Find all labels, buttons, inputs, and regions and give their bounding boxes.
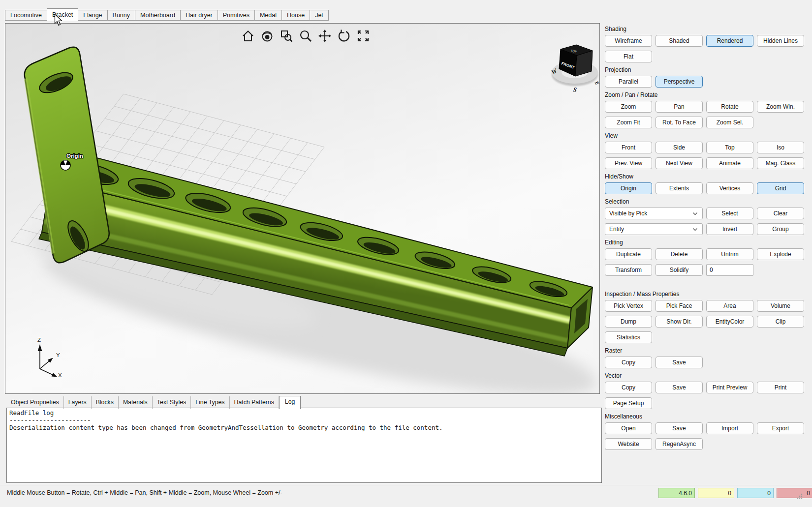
toggle-vertices-button[interactable]: Vertices	[706, 182, 753, 194]
view-top-button[interactable]: Top	[706, 142, 753, 153]
log-output[interactable]: ReadFile log ---------------------- Dese…	[6, 408, 602, 483]
tab-motherboard[interactable]: Motherboard	[135, 10, 181, 21]
view-cube[interactable]: TOP FRONT W S E	[550, 45, 599, 93]
page-setup-button[interactable]: Page Setup	[605, 397, 652, 409]
flat-button[interactable]: Flat	[605, 51, 652, 62]
zoom-win-button[interactable]: Zoom Win.	[757, 101, 804, 113]
tab-flange[interactable]: Flange	[78, 10, 107, 21]
pan-icon[interactable]	[317, 29, 332, 43]
rendered-button[interactable]: Rendered	[706, 35, 753, 47]
transform-button[interactable]: Transform	[605, 264, 652, 276]
tab-bracket[interactable]: Bracket	[47, 8, 78, 21]
clear-button[interactable]: Clear	[757, 208, 804, 219]
dump-button[interactable]: Dump	[605, 316, 652, 328]
tab-house[interactable]: House	[281, 10, 310, 21]
button-row: CopySavePrint PreviewPrint	[605, 382, 804, 393]
shaded-button[interactable]: Shaded	[656, 35, 703, 47]
zoom-fit-icon[interactable]	[356, 29, 371, 43]
zoom-sel-button[interactable]: Zoom Sel.	[706, 117, 753, 128]
solidify-value-input[interactable]	[706, 264, 753, 276]
pick-face-button[interactable]: Pick Face	[656, 300, 703, 312]
section-inspection-mass-properties: Inspection / Mass PropertiesPick VertexP…	[605, 291, 804, 343]
statistics-button[interactable]: Statistics	[605, 331, 652, 343]
solidify-button[interactable]: Solidify	[656, 264, 703, 276]
entity-color-button[interactable]: EntityColor	[706, 316, 753, 328]
tab-log[interactable]: Log	[279, 396, 301, 409]
next-view-button[interactable]: Next View	[656, 157, 703, 169]
regen-async-button[interactable]: RegenAsync	[656, 438, 703, 450]
untrim-button[interactable]: Untrim	[706, 248, 753, 260]
tab-object-proprieties[interactable]: Object Proprieties	[6, 396, 64, 409]
tab-materials[interactable]: Materials	[119, 396, 153, 409]
vector-copy-button[interactable]: Copy	[605, 382, 652, 393]
view-side-button[interactable]: Side	[656, 142, 703, 153]
tab-layers[interactable]: Layers	[64, 396, 92, 409]
vector-save-button[interactable]: Save	[656, 382, 703, 393]
perspective-button[interactable]: Perspective	[656, 76, 703, 88]
zoom-button[interactable]: Zoom	[605, 101, 652, 113]
animate-button[interactable]: Animate	[706, 157, 753, 169]
toggle-origin-button[interactable]: Origin	[605, 182, 652, 194]
toggle-extents-button[interactable]: Extents	[656, 182, 703, 194]
viewport-3d[interactable]: Origin Z Y X	[5, 23, 600, 394]
tab-line-types[interactable]: Line Types	[191, 396, 229, 409]
viewport-3d-scene[interactable]: Origin Z Y X	[5, 24, 599, 393]
selection-mode-dropdown[interactable]: Visible by Pick	[605, 208, 703, 219]
rot-to-face-button[interactable]: Rot. To Face	[656, 117, 703, 128]
tab-blocks[interactable]: Blocks	[92, 396, 119, 409]
pick-vertex-button[interactable]: Pick Vertex	[605, 300, 652, 312]
application-window: LocomotiveBracketFlangeBunnyMotherboardH…	[0, 0, 812, 507]
parallel-button[interactable]: Parallel	[605, 76, 652, 88]
export-button[interactable]: Export	[757, 422, 804, 434]
indicator-yellow: 0	[698, 488, 734, 498]
tab-jet[interactable]: Jet	[310, 10, 329, 21]
view-front-button[interactable]: Front	[605, 142, 652, 153]
button-row: Prev. ViewNext ViewAnimateMag. Glass	[605, 157, 804, 169]
show-dir-button[interactable]: Show Dir.	[656, 316, 703, 328]
volume-button[interactable]: Volume	[757, 300, 804, 312]
open-button[interactable]: Open	[605, 422, 652, 434]
view-iso-button[interactable]: Iso	[757, 142, 804, 153]
tab-medal[interactable]: Medal	[254, 10, 282, 21]
misc-save-button[interactable]: Save	[656, 422, 703, 434]
eye-icon[interactable]	[260, 29, 275, 43]
tab-locomotive[interactable]: Locomotive	[5, 10, 47, 21]
button-row: OpenSaveImportExport	[605, 422, 804, 434]
resize-grip-icon[interactable]	[796, 492, 803, 501]
raster-copy-button[interactable]: Copy	[605, 357, 652, 368]
zoom-fit-button[interactable]: Zoom Fit	[605, 117, 652, 128]
tab-bunny[interactable]: Bunny	[107, 10, 135, 21]
pan-button[interactable]: Pan	[656, 101, 703, 113]
hidden-lines-button[interactable]: Hidden Lines	[757, 35, 804, 47]
clip-button[interactable]: Clip	[757, 316, 804, 328]
rotate-icon[interactable]	[337, 29, 351, 43]
control-panel: ShadingWireframeShadedRenderedHidden Lin…	[605, 23, 804, 454]
raster-save-button[interactable]: Save	[656, 357, 703, 368]
mag-glass-button[interactable]: Mag. Glass	[757, 157, 804, 169]
delete-button[interactable]: Delete	[656, 248, 703, 260]
print-button[interactable]: Print	[757, 382, 804, 393]
prev-view-button[interactable]: Prev. View	[605, 157, 652, 169]
import-button[interactable]: Import	[706, 422, 753, 434]
tab-text-styles[interactable]: Text Styles	[153, 396, 191, 409]
group-button[interactable]: Group	[757, 223, 804, 235]
home-icon[interactable]	[241, 29, 255, 43]
rotate-button[interactable]: Rotate	[706, 101, 753, 113]
section-view: ViewFrontSideTopIsoPrev. ViewNext ViewAn…	[605, 132, 804, 169]
toggle-grid-button[interactable]: Grid	[757, 182, 804, 194]
selection-target-dropdown[interactable]: Entity	[605, 223, 703, 235]
chevron-down-icon	[692, 228, 698, 231]
select-button[interactable]: Select	[706, 208, 753, 219]
duplicate-button[interactable]: Duplicate	[605, 248, 652, 260]
tab-primitives[interactable]: Primitives	[218, 10, 255, 21]
website-button[interactable]: Website	[605, 438, 652, 450]
area-button[interactable]: Area	[706, 300, 753, 312]
tab-hair-dryer[interactable]: Hair dryer	[180, 10, 218, 21]
explode-button[interactable]: Explode	[757, 248, 804, 260]
tab-hatch-patterns[interactable]: Hatch Patterns	[230, 396, 279, 409]
print-preview-button[interactable]: Print Preview	[706, 382, 753, 393]
zoom-icon[interactable]	[298, 29, 313, 43]
invert-button[interactable]: Invert	[706, 223, 753, 235]
wireframe-button[interactable]: Wireframe	[605, 35, 652, 47]
zoom-window-icon[interactable]	[279, 29, 294, 43]
